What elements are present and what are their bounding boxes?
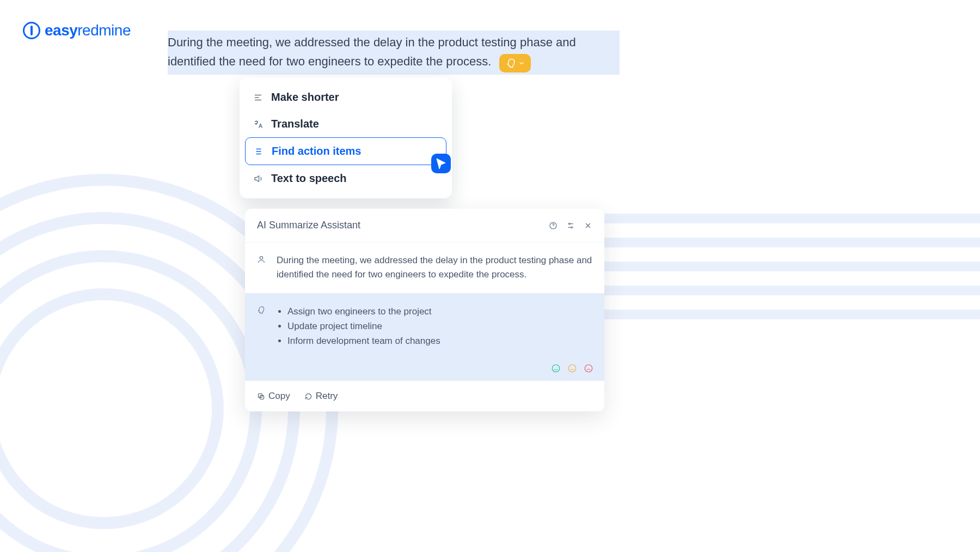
retry-icon [304, 392, 313, 401]
copy-icon [257, 392, 265, 401]
decorative-stripe [599, 286, 980, 295]
svg-point-9 [552, 365, 560, 373]
ai-response-row: Assign two engineers to the project Upda… [245, 293, 604, 360]
logo-mark-icon [23, 22, 40, 39]
copy-label: Copy [268, 391, 290, 402]
user-message-row: During the meeting, we addressed the del… [245, 242, 604, 293]
assistant-header: AI Summarize Assistant [245, 209, 604, 242]
svg-point-6 [569, 223, 571, 225]
menu-label: Make shorter [271, 91, 339, 104]
brand-logo: easyredmine [23, 22, 131, 39]
action-item: Assign two engineers to the project [287, 304, 440, 319]
menu-item-find-action-items[interactable]: Find action items [245, 137, 446, 165]
feedback-neutral-icon[interactable] [567, 363, 577, 373]
svg-point-8 [260, 257, 262, 259]
assistant-title: AI Summarize Assistant [257, 220, 360, 231]
decorative-stripe [599, 238, 980, 247]
copy-button[interactable]: Copy [257, 391, 290, 402]
ai-head-icon [506, 58, 517, 69]
user-icon [257, 253, 267, 282]
svg-point-11 [585, 365, 592, 373]
assistant-header-actions [549, 221, 592, 230]
ai-assistant-panel: AI Summarize Assistant During the meetin… [245, 209, 604, 411]
svg-point-10 [568, 365, 576, 373]
cursor-pointer-icon [430, 153, 452, 174]
ai-actions-menu: Make shorter Translate Find action items… [240, 77, 452, 198]
feedback-bad-icon[interactable] [584, 363, 593, 373]
menu-label: Translate [271, 118, 319, 130]
shorten-icon [253, 92, 264, 103]
brand-wordmark: easyredmine [45, 22, 131, 39]
translate-icon [253, 119, 264, 130]
action-item: Update project timeline [287, 319, 440, 333]
retry-label: Retry [316, 391, 338, 402]
speaker-icon [253, 173, 264, 184]
ai-icon [257, 304, 267, 349]
menu-item-text-to-speech[interactable]: Text to speech [245, 165, 446, 192]
feedback-good-icon[interactable] [551, 363, 561, 373]
settings-icon[interactable] [566, 221, 575, 230]
menu-item-make-shorter[interactable]: Make shorter [245, 84, 446, 111]
help-icon[interactable] [549, 221, 558, 230]
selected-text-block: During the meeting, we addressed the del… [168, 31, 620, 75]
ai-response-content: Assign two engineers to the project Upda… [277, 304, 440, 349]
menu-label: Text to speech [271, 172, 347, 185]
action-item: Inform development team of changes [287, 333, 440, 348]
feedback-row [245, 359, 604, 381]
ai-trigger-button[interactable] [499, 54, 531, 72]
decorative-stripe [599, 214, 980, 223]
assistant-footer-actions: Copy Retry [245, 381, 604, 411]
decorative-stripe [599, 262, 980, 271]
chevron-down-icon [519, 60, 524, 66]
action-items-icon [253, 146, 264, 157]
svg-point-0 [0, 294, 218, 523]
user-message-text: During the meeting, we addressed the del… [277, 253, 592, 282]
menu-label: Find action items [272, 145, 361, 157]
menu-item-translate[interactable]: Translate [245, 111, 446, 137]
retry-button[interactable]: Retry [304, 391, 338, 402]
decorative-stripe [599, 310, 980, 319]
close-icon[interactable] [584, 221, 592, 230]
svg-point-7 [571, 227, 573, 228]
